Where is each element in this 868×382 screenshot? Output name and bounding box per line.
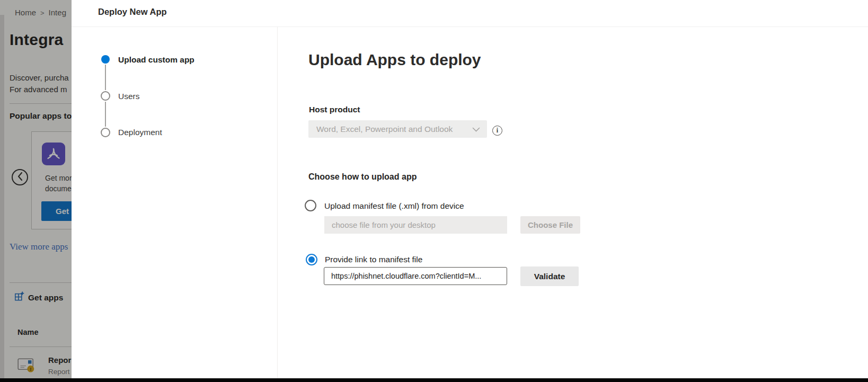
deploy-new-app-panel: Deploy New App Upload custom app Users D…	[72, 0, 868, 378]
content-heading: Upload Apps to deploy	[308, 51, 481, 69]
screen: Home>Integ Integra Discover, purcha For …	[0, 0, 868, 382]
radio-provide-link[interactable]	[306, 254, 317, 265]
upload-choice-label: Choose how to upload app	[308, 172, 417, 182]
radio-selected-dot	[308, 256, 315, 263]
step-indicator-users	[101, 91, 110, 101]
step-deployment[interactable]: Deployment	[118, 128, 162, 137]
manifest-url-input[interactable]	[324, 267, 507, 285]
step-users[interactable]: Users	[118, 92, 139, 101]
panel-title: Deploy New App	[98, 7, 167, 17]
bottom-bar	[0, 378, 868, 382]
background-page: Home>Integ Integra Discover, purcha For …	[0, 0, 72, 378]
validate-button[interactable]: Validate	[520, 266, 579, 286]
dim-overlay	[0, 0, 72, 378]
upload-manifest-file-label[interactable]: Upload manifest file (.xml) from device	[324, 201, 464, 211]
step-connector	[105, 65, 106, 90]
file-path-input[interactable]	[324, 216, 507, 234]
info-icon[interactable]: i	[492, 126, 502, 136]
step-indicator-current	[101, 55, 110, 64]
step-upload-custom-app[interactable]: Upload custom app	[118, 55, 194, 65]
panel-header	[72, 0, 868, 27]
host-product-label: Host product	[309, 105, 360, 114]
chevron-down-icon	[472, 125, 480, 134]
host-product-dropdown[interactable]: Word, Excel, Powerpoint and Outlook	[308, 120, 487, 138]
step-connector	[105, 102, 106, 127]
stepper-column	[72, 27, 278, 378]
step-indicator-deployment	[101, 128, 110, 137]
host-product-value: Word, Excel, Powerpoint and Outlook	[316, 125, 472, 134]
provide-link-label[interactable]: Provide link to manifest file	[325, 255, 422, 264]
choose-file-button[interactable]: Choose File	[520, 216, 580, 234]
radio-upload-manifest-file[interactable]	[305, 200, 316, 211]
